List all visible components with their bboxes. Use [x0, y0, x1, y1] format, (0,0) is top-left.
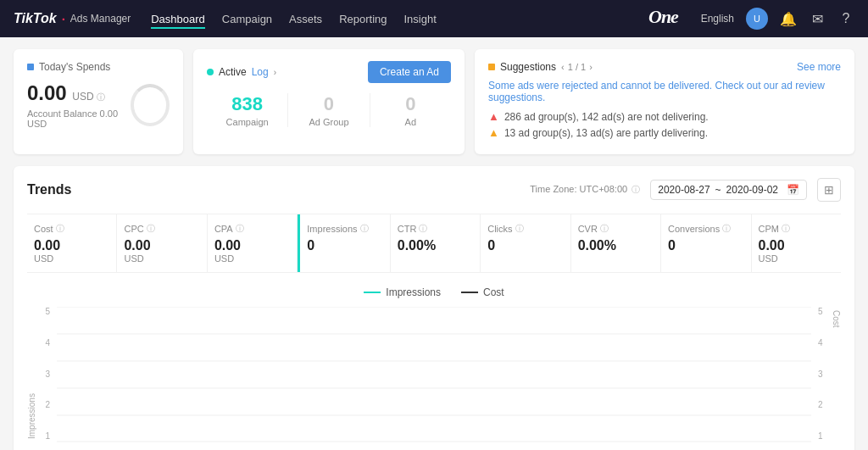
spends-left: 0.00 USD ⓘ Account Balance 0.00 USD: [27, 81, 131, 129]
brand-logo: TikTok · Ads Manager: [14, 11, 131, 26]
trends-section: Trends Time Zone: UTC+08:00 ⓘ 2020-08-27…: [14, 166, 854, 450]
help-icon[interactable]: ?: [837, 10, 854, 27]
metric-info-icon-3[interactable]: ⓘ: [360, 223, 369, 235]
metric-label-5: Clicks ⓘ: [487, 223, 563, 235]
spends-currency: USD: [72, 91, 93, 103]
metric-info-icon-8[interactable]: ⓘ: [782, 223, 790, 235]
y-right-tick-1: 4: [818, 338, 823, 347]
y-axis-right: 54321: [811, 307, 832, 442]
metric-value-6: 0.00%: [578, 238, 654, 253]
metric-info-icon-5[interactable]: ⓘ: [515, 223, 524, 235]
metric-info-icon-2[interactable]: ⓘ: [236, 223, 244, 235]
metric-col-conversions[interactable]: Conversions ⓘ 0: [661, 214, 751, 272]
svg-text:One: One: [648, 6, 679, 26]
impressions-line-icon: [364, 292, 381, 293]
notifications-icon[interactable]: 🔔: [780, 10, 797, 27]
metric-info-icon-0[interactable]: ⓘ: [56, 223, 64, 235]
create-ad-button[interactable]: Create an Ad: [368, 61, 451, 83]
metric-label-7: Conversions ⓘ: [668, 223, 743, 235]
cost-line-icon: [461, 292, 478, 293]
log-link[interactable]: Log: [252, 66, 269, 78]
y-axis-left-label: Impressions: [27, 307, 36, 442]
y-right-tick-0: 5: [818, 307, 823, 316]
spends-dot: [27, 64, 34, 70]
metric-value-5: 0: [487, 238, 563, 253]
metric-col-cpa[interactable]: CPA ⓘ 0.00 USD: [208, 214, 298, 272]
metric-info-icon-4[interactable]: ⓘ: [419, 223, 427, 235]
metric-label-4: CTR ⓘ: [398, 223, 473, 235]
prev-chevron[interactable]: ‹: [561, 62, 565, 72]
next-chevron[interactable]: ›: [589, 62, 593, 72]
chart-svg: [57, 307, 811, 442]
date-separator: ~: [715, 184, 721, 196]
date-to: 2020-09-02: [726, 184, 778, 196]
metric-col-impressions[interactable]: Impressions ⓘ 0: [298, 214, 390, 272]
metric-value-2: 0.00: [214, 238, 290, 253]
calendar-icon: 📅: [787, 184, 799, 196]
main-content: Today's Spends 0.00 USD ⓘ Account Balanc…: [0, 37, 868, 450]
timezone-text: Time Zone: UTC+08:00: [530, 184, 627, 194]
nav-assets[interactable]: Assets: [289, 9, 322, 29]
metric-col-cost[interactable]: Cost ⓘ 0.00 USD: [27, 214, 117, 272]
trends-chart: Impressions 54321 54321 Cost: [27, 307, 841, 442]
alert-warning-text: 13 ad group(s), 13 ad(s) are partly deli…: [504, 127, 708, 139]
spends-label: Today's Spends: [27, 61, 170, 73]
timezone-label: Time Zone: UTC+08:00 ⓘ: [530, 184, 640, 196]
spends-info-icon[interactable]: ⓘ: [97, 92, 105, 102]
y-right-tick-3: 2: [818, 400, 823, 409]
date-range-picker[interactable]: 2020-08-27 ~ 2020-09-02 📅: [650, 180, 807, 200]
campaign-metrics: 838 Campaign 0 Ad Group 0 Ad: [207, 93, 451, 127]
y-left-tick-4: 1: [45, 431, 50, 441]
metric-sub-1: USD: [124, 253, 199, 264]
spends-title: Today's Spends: [39, 61, 110, 73]
suggestions-header: Suggestions ‹ 1 / 1 › See more: [488, 61, 841, 73]
timezone-info-icon[interactable]: ⓘ: [632, 185, 640, 194]
spends-amount-row: 0.00 USD ⓘ: [27, 81, 131, 105]
metrics-row: Cost ⓘ 0.00 USD CPC ⓘ 0.00 USD CPA ⓘ 0.0…: [27, 214, 841, 273]
export-button[interactable]: ⊞: [817, 178, 841, 202]
suggestions-card: Suggestions ‹ 1 / 1 › See more Some ads …: [475, 49, 854, 154]
suggestions-dot: [488, 64, 495, 70]
metric-col-ctr[interactable]: CTR ⓘ 0.00%: [391, 214, 481, 272]
tiktok-wordmark: TikTok: [14, 11, 57, 26]
y-axis-left: 54321: [36, 307, 57, 442]
metric-value-4: 0.00%: [398, 238, 473, 253]
nav-dashboard[interactable]: Dashboard: [151, 9, 205, 29]
spends-card: Today's Spends 0.00 USD ⓘ Account Balanc…: [14, 49, 183, 154]
suggestion-alert-error: ▲ 286 ad group(s), 142 ad(s) are not del…: [488, 110, 841, 123]
chart-svg-area: [57, 307, 811, 442]
brand-dot: ·: [62, 12, 65, 26]
language-selector[interactable]: English: [701, 13, 734, 25]
metric-value-3: 0: [307, 238, 382, 253]
metric-col-cpm[interactable]: CPM ⓘ 0.00 USD: [752, 214, 841, 272]
date-from: 2020-08-27: [658, 184, 709, 196]
metric-info-icon-1[interactable]: ⓘ: [147, 223, 155, 235]
metric-sub-0: USD: [34, 253, 109, 264]
nav-right-controls: One English U 🔔 ✉ ?: [648, 6, 854, 31]
campaign-metric-ad: 0 Ad: [370, 93, 451, 127]
metric-info-icon-7[interactable]: ⓘ: [722, 223, 731, 235]
trends-controls: Time Zone: UTC+08:00 ⓘ 2020-08-27 ~ 2020…: [530, 178, 841, 202]
metric-col-cvr[interactable]: CVR ⓘ 0.00%: [571, 214, 661, 272]
trends-title: Trends: [27, 182, 71, 197]
metric-sub-2: USD: [214, 253, 290, 264]
y-left-tick-2: 3: [45, 369, 50, 379]
messages-icon[interactable]: ✉: [809, 10, 826, 27]
metric-col-cpc[interactable]: CPC ⓘ 0.00 USD: [117, 214, 207, 272]
see-more-link[interactable]: See more: [797, 61, 841, 73]
y-right-tick-2: 3: [818, 369, 823, 379]
chart-legend: Impressions Cost: [27, 286, 841, 298]
legend-impressions: Impressions: [364, 286, 441, 298]
nav-campaign[interactable]: Campaign: [222, 9, 272, 29]
metric-value-0: 0.00: [34, 238, 109, 253]
metric-info-icon-6[interactable]: ⓘ: [600, 223, 609, 235]
cost-legend-label: Cost: [483, 286, 504, 298]
nav-insight[interactable]: Insight: [404, 9, 437, 29]
metric-label-2: CPA ⓘ: [214, 223, 290, 235]
metric-col-clicks[interactable]: Clicks ⓘ 0: [481, 214, 570, 272]
nav-reporting[interactable]: Reporting: [339, 9, 387, 29]
user-avatar[interactable]: U: [746, 8, 768, 30]
campaign-label: Campaign: [207, 117, 287, 127]
top-navigation: TikTok · Ads Manager Dashboard Campaign …: [0, 0, 868, 37]
y-left-tick-1: 4: [45, 338, 50, 347]
